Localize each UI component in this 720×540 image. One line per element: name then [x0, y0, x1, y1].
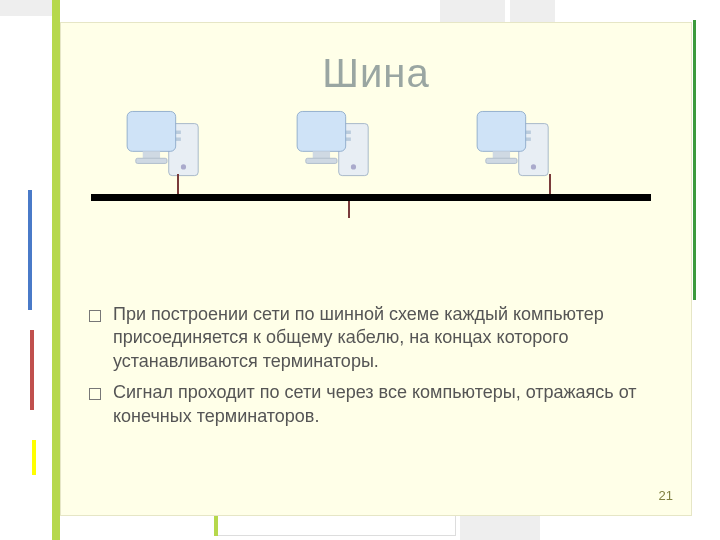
bullet-icon: [89, 310, 101, 322]
slide-body: Шина При построении сети по шинной схеме…: [60, 22, 692, 516]
slide-stage: Шина При построении сети по шинной схеме…: [0, 0, 720, 540]
list-item: При построении сети по шинной схеме кажд…: [89, 303, 651, 373]
bullet-text: При построении сети по шинной схеме кажд…: [113, 303, 651, 373]
bus-drop-cable: [348, 198, 350, 218]
deco-stripe-green: [693, 20, 696, 300]
computer-icon: [291, 108, 383, 186]
bus-drop-cable: [549, 174, 551, 196]
page-title: Шина: [61, 51, 691, 96]
list-item: Сигнал проходит по сети через все компью…: [89, 381, 651, 428]
page-number: 21: [659, 488, 673, 503]
deco-bar: [510, 0, 555, 24]
deco-bar: [0, 0, 52, 16]
bullet-list: При построении сети по шинной схеме кажд…: [89, 295, 651, 436]
bus-drop-cable: [177, 174, 179, 196]
computer-icon: [121, 108, 213, 186]
bus-topology-diagram: [61, 108, 691, 288]
bullet-icon: [89, 388, 101, 400]
bullet-text: Сигнал проходит по сети через все компью…: [113, 381, 651, 428]
deco-bar: [440, 0, 505, 24]
deco-stripe-red: [30, 330, 34, 410]
deco-stripe-blue: [28, 190, 32, 310]
deco-stripe-yellow: [32, 440, 36, 475]
deco-stripe-lime: [52, 0, 60, 540]
bus-backbone: [91, 194, 651, 201]
